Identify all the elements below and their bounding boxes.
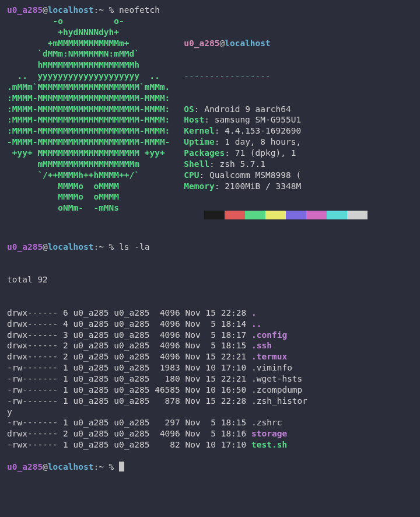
prompt-user: u0_a285 bbox=[7, 5, 43, 15]
ls-row: -rw------- 1 u0_a285 u0_a285 180 Nov 15 … bbox=[7, 373, 413, 385]
info-row: Host: samsung SM-G955U1 bbox=[184, 114, 368, 125]
color-swatch bbox=[245, 211, 265, 219]
neofetch-output: -o o- +hydNNNNdyh+ +mMMMMMMMMMMMMm+ `dMM… bbox=[7, 16, 413, 233]
ls-meta: -rw------- 1 u0_a285 u0_a285 1983 Nov 10… bbox=[7, 363, 251, 372]
color-swatch bbox=[265, 211, 286, 219]
ls-row: -rw------- 1 u0_a285 u0_a285 297 Nov 5 1… bbox=[7, 417, 413, 428]
info-header: u0_a285@localhost bbox=[184, 38, 368, 49]
ls-meta: drwx------ 2 u0_a285 u0_a285 4096 Nov 5 … bbox=[7, 341, 251, 350]
ls-filename: .zsh_histor bbox=[251, 396, 307, 406]
ls-filename: test.sh bbox=[251, 440, 287, 449]
info-user: u0_a285 bbox=[184, 39, 219, 48]
prompt-line-3[interactable]: u0_a285@localhost:~ % bbox=[7, 462, 413, 473]
color-swatch bbox=[327, 211, 347, 219]
ls-row: drwx------ 2 u0_a285 u0_a285 4096 Nov 5 … bbox=[7, 428, 413, 439]
info-row: Shell: zsh 5.7.1 bbox=[184, 159, 368, 170]
ls-meta: -rw------- 1 u0_a285 u0_a285 878 Nov 15 … bbox=[7, 396, 251, 406]
color-palette bbox=[204, 211, 368, 222]
info-row: Memory: 2100MiB / 3348M bbox=[184, 181, 368, 192]
info-value: : Android 9 aarch64 bbox=[194, 104, 291, 114]
info-label: OS bbox=[184, 104, 194, 114]
ls-total: total 92 bbox=[7, 274, 413, 285]
ls-filename: .zcompdump bbox=[251, 385, 302, 394]
ls-meta: drwx------ 6 u0_a285 u0_a285 4096 Nov 15… bbox=[7, 308, 251, 317]
info-value: : 4.4.153-1692690 bbox=[215, 126, 301, 135]
spacer bbox=[7, 233, 413, 242]
neofetch-info: u0_a285@localhost ----------------- OS: … bbox=[170, 16, 368, 233]
ls-filename: .. bbox=[251, 319, 261, 329]
ls-output: total 92 drwx------ 6 u0_a285 u0_a285 40… bbox=[7, 253, 413, 462]
info-value: : 71 (dpkg), 1 bbox=[225, 148, 296, 158]
info-label: Memory bbox=[184, 181, 214, 191]
prompt-line-2[interactable]: u0_a285@localhost:~ % ls -la bbox=[7, 242, 413, 253]
info-row: Kernel: 4.4.153-1692690 bbox=[184, 125, 368, 137]
info-label: Shell bbox=[184, 159, 209, 169]
prompt-tail: :~ % bbox=[93, 5, 119, 15]
info-value: : 1 day, 8 hours, bbox=[215, 137, 301, 146]
android-ascii-logo: -o o- +hydNNNNdyh+ +mMMMMMMMMMMMMm+ `dMM… bbox=[7, 16, 170, 214]
info-row: Packages: 71 (dpkg), 1 bbox=[184, 148, 368, 159]
ls-row: -rw------- 1 u0_a285 u0_a285 1983 Nov 10… bbox=[7, 362, 413, 373]
command-ls: ls -la bbox=[119, 242, 149, 251]
info-value: : samsung SM-G955U1 bbox=[204, 115, 301, 124]
ls-filename: .config bbox=[251, 330, 287, 340]
prompt-at: @ bbox=[43, 5, 48, 15]
ls-filename: .zshrc bbox=[251, 418, 282, 427]
ls-meta: -rw------- 1 u0_a285 u0_a285 297 Nov 5 1… bbox=[7, 418, 251, 427]
ls-meta: drwx------ 2 u0_a285 u0_a285 4096 Nov 15… bbox=[7, 352, 251, 361]
info-host: localhost bbox=[225, 39, 271, 48]
ls-filename: storage bbox=[251, 429, 287, 438]
color-swatch bbox=[225, 211, 245, 219]
ls-row: -rw------- 1 u0_a285 u0_a285 878 Nov 15 … bbox=[7, 396, 413, 407]
ls-meta: -rwx------ 1 u0_a285 u0_a285 82 Nov 10 1… bbox=[7, 440, 251, 449]
ls-filename: .termux bbox=[251, 352, 287, 361]
prompt-line-1[interactable]: u0_a285@localhost:~ % neofetch bbox=[7, 5, 413, 16]
info-label: Host bbox=[184, 115, 204, 124]
info-row: OS: Android 9 aarch64 bbox=[184, 104, 368, 115]
ls-meta: drwx------ 2 u0_a285 u0_a285 4096 Nov 5 … bbox=[7, 429, 251, 438]
info-row: Uptime: 1 day, 8 hours, bbox=[184, 137, 368, 148]
info-value: : Qualcomm MSM8998 ( bbox=[200, 170, 302, 180]
ls-filename: .ssh bbox=[251, 341, 272, 350]
ls-row-wrap: y bbox=[7, 407, 413, 418]
ls-row: drwx------ 4 u0_a285 u0_a285 4096 Nov 5 … bbox=[7, 319, 413, 330]
ls-filename: .viminfo bbox=[251, 363, 292, 372]
ls-row: drwx------ 3 u0_a285 u0_a285 4096 Nov 5 … bbox=[7, 330, 413, 341]
info-row: CPU: Qualcomm MSM8998 ( bbox=[184, 170, 368, 181]
color-swatch bbox=[204, 211, 225, 219]
info-label: CPU bbox=[184, 170, 199, 180]
color-swatch bbox=[347, 211, 368, 219]
info-value: : zsh 5.7.1 bbox=[209, 159, 265, 169]
info-label: Packages bbox=[184, 148, 225, 158]
ls-filename: .wget-hsts bbox=[251, 374, 302, 383]
ls-row: drwx------ 2 u0_a285 u0_a285 4096 Nov 5 … bbox=[7, 340, 413, 351]
info-label: Uptime bbox=[184, 137, 214, 146]
info-separator: ----------------- bbox=[184, 71, 368, 82]
info-label: Kernel bbox=[184, 126, 214, 135]
ls-meta: drwx------ 4 u0_a285 u0_a285 4096 Nov 5 … bbox=[7, 319, 251, 329]
ls-row: -rw------- 1 u0_a285 u0_a285 46585 Nov 1… bbox=[7, 385, 413, 396]
color-swatch bbox=[306, 211, 327, 219]
ls-meta: drwx------ 3 u0_a285 u0_a285 4096 Nov 5 … bbox=[7, 330, 251, 340]
ls-meta: -rw------- 1 u0_a285 u0_a285 46585 Nov 1… bbox=[7, 385, 251, 394]
ls-row: -rwx------ 1 u0_a285 u0_a285 82 Nov 10 1… bbox=[7, 439, 413, 450]
ls-meta: -rw------- 1 u0_a285 u0_a285 180 Nov 15 … bbox=[7, 374, 251, 383]
ls-filename: . bbox=[251, 308, 257, 317]
ls-row: drwx------ 2 u0_a285 u0_a285 4096 Nov 15… bbox=[7, 351, 413, 362]
ls-row: drwx------ 6 u0_a285 u0_a285 4096 Nov 15… bbox=[7, 308, 413, 319]
cursor-icon bbox=[119, 462, 124, 471]
prompt-host: localhost bbox=[48, 5, 94, 15]
color-swatch bbox=[286, 211, 306, 219]
info-value: : 2100MiB / 3348M bbox=[215, 181, 301, 191]
command-neofetch: neofetch bbox=[119, 5, 160, 15]
